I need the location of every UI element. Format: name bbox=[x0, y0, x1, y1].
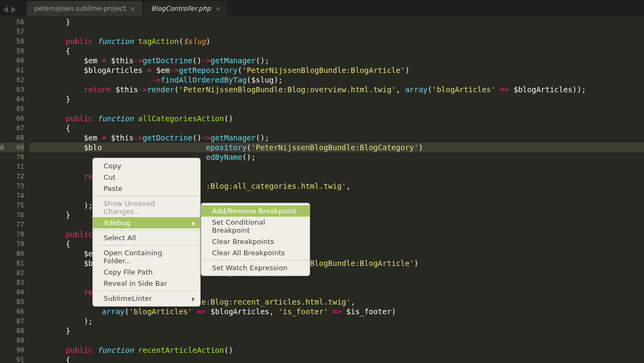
code-line[interactable]: ->findAllOrderedByTag($slug); bbox=[30, 75, 644, 85]
tab-bar: peternijssen.sublime-project×BlogControl… bbox=[27, 0, 644, 16]
line-number[interactable]: 83 bbox=[0, 278, 24, 287]
code-line[interactable] bbox=[30, 27, 644, 36]
menu-item-clear-all-breakpoints[interactable]: Clear All Breakpoints bbox=[201, 247, 310, 258]
line-number[interactable]: 78 bbox=[0, 229, 24, 239]
menu-item-copy[interactable]: Copy bbox=[93, 160, 200, 172]
line-number-gutter: 5657585960616263646566676869707172737475… bbox=[0, 16, 30, 363]
line-number[interactable]: 65 bbox=[0, 104, 24, 114]
code-line[interactable]: } bbox=[30, 326, 644, 336]
context-menu: CopyCutPasteShow Unsaved Changes...Xdebu… bbox=[92, 158, 201, 307]
menu-item-cut[interactable]: Cut bbox=[93, 172, 200, 183]
menu-item-clear-breakpoints[interactable]: Clear Breakpoints bbox=[201, 236, 310, 247]
code-line[interactable]: ); bbox=[30, 316, 644, 326]
menu-item-select-all[interactable]: Select All bbox=[93, 232, 200, 243]
menu-item-set-watch-expression[interactable]: Set Watch Expression bbox=[201, 262, 310, 273]
line-number[interactable]: 85 bbox=[0, 297, 24, 307]
tab-history-nav bbox=[3, 6, 16, 13]
line-number[interactable]: 87 bbox=[0, 316, 24, 326]
menu-item-copy-file-path[interactable]: Copy File Path bbox=[93, 266, 200, 278]
code-line[interactable]: $em = $this->getDoctrine()->getManager()… bbox=[30, 56, 644, 65]
code-line[interactable]: { bbox=[30, 355, 644, 363]
line-number[interactable]: 74 bbox=[0, 191, 24, 201]
line-number[interactable]: 89 bbox=[0, 336, 24, 345]
menu-item-add-remove-breakpoint[interactable]: Add/Remove Breakpoint bbox=[201, 205, 310, 217]
code-line[interactable]: $blo epository('PeterNijssenBlogBundle:B… bbox=[30, 143, 644, 152]
line-number[interactable]: 80 bbox=[0, 249, 24, 258]
code-line[interactable] bbox=[30, 104, 644, 114]
code-line[interactable]: public function allCategoriesAction() bbox=[30, 114, 644, 123]
line-number[interactable]: 59 bbox=[0, 46, 24, 56]
close-icon[interactable]: × bbox=[130, 5, 135, 12]
menu-item-show-unsaved-changes: Show Unsaved Changes... bbox=[93, 198, 200, 217]
tab-label: peternijssen.sublime-project bbox=[34, 5, 126, 12]
line-number[interactable]: 71 bbox=[0, 162, 24, 172]
line-number[interactable]: 56 bbox=[0, 17, 24, 27]
tab-label: BlogController.php bbox=[151, 5, 211, 12]
line-number[interactable]: 90 bbox=[0, 345, 24, 355]
breakpoint-icon[interactable] bbox=[0, 145, 4, 150]
line-number[interactable]: 84 bbox=[0, 287, 24, 297]
tab-1[interactable]: BlogController.php× bbox=[144, 1, 228, 16]
menu-item-open-containing-folder[interactable]: Open Containing Folder... bbox=[93, 247, 200, 266]
line-number[interactable]: 61 bbox=[0, 65, 24, 75]
tab-0[interactable]: peternijssen.sublime-project× bbox=[27, 1, 143, 16]
line-number[interactable]: 57 bbox=[0, 27, 24, 36]
line-number[interactable]: 70 bbox=[0, 152, 24, 162]
nav-forward-icon[interactable] bbox=[11, 6, 16, 13]
line-number[interactable]: 68 bbox=[0, 133, 24, 143]
line-number[interactable]: 82 bbox=[0, 268, 24, 278]
code-line[interactable]: $blogArticles = $em->getRepository('Pete… bbox=[30, 65, 644, 75]
line-number[interactable]: 69 bbox=[0, 143, 24, 152]
code-line[interactable]: array('blogArticles' => $blogArticles, '… bbox=[30, 307, 644, 316]
line-number[interactable]: 63 bbox=[0, 85, 24, 94]
line-number[interactable]: 79 bbox=[0, 239, 24, 249]
menu-item-paste[interactable]: Paste bbox=[93, 183, 200, 194]
line-number[interactable]: 73 bbox=[0, 181, 24, 191]
menu-item-sublimelinter[interactable]: SublimeLinter bbox=[93, 293, 200, 304]
line-number[interactable]: 76 bbox=[0, 210, 24, 220]
menu-item-set-conditional-breakpoint[interactable]: Set Conditional Breakpoint bbox=[201, 217, 310, 236]
line-number[interactable]: 91 bbox=[0, 355, 24, 363]
close-icon[interactable]: × bbox=[215, 5, 220, 12]
code-line[interactable]: $em = $this->getDoctrine()->getManager()… bbox=[30, 133, 644, 143]
menu-separator bbox=[93, 291, 200, 291]
menu-separator bbox=[93, 245, 200, 246]
xdebug-submenu: Add/Remove BreakpointSet Conditional Bre… bbox=[201, 203, 310, 276]
line-number[interactable]: 66 bbox=[0, 114, 24, 123]
menu-separator bbox=[201, 260, 310, 261]
code-line[interactable] bbox=[30, 336, 644, 345]
chevron-right-icon bbox=[192, 221, 195, 226]
line-number[interactable]: 62 bbox=[0, 75, 24, 85]
menu-item-xdebug[interactable]: Xdebug bbox=[93, 217, 200, 228]
line-number[interactable]: 88 bbox=[0, 326, 24, 336]
line-number[interactable]: 77 bbox=[0, 220, 24, 229]
menu-separator bbox=[93, 230, 200, 231]
code-line[interactable]: } bbox=[30, 17, 644, 27]
line-number[interactable]: 58 bbox=[0, 36, 24, 46]
menu-item-reveal-in-side-bar[interactable]: Reveal in Side Bar bbox=[93, 278, 200, 289]
code-line[interactable]: { bbox=[30, 46, 644, 56]
menu-separator bbox=[93, 196, 200, 196]
code-line[interactable]: { bbox=[30, 123, 644, 133]
chevron-right-icon bbox=[192, 297, 195, 301]
nav-back-icon[interactable] bbox=[3, 6, 8, 13]
code-line[interactable]: return $this->render('PeterNijssenBlogBu… bbox=[30, 85, 644, 94]
code-line[interactable]: } bbox=[30, 94, 644, 104]
code-line[interactable]: public function recentArticleAction() bbox=[30, 345, 644, 355]
line-number[interactable]: 75 bbox=[0, 201, 24, 210]
line-number[interactable]: 64 bbox=[0, 94, 24, 104]
line-number[interactable]: 60 bbox=[0, 56, 24, 65]
line-number[interactable]: 81 bbox=[0, 258, 24, 268]
line-number[interactable]: 67 bbox=[0, 123, 24, 133]
line-number[interactable]: 72 bbox=[0, 172, 24, 181]
line-number[interactable]: 86 bbox=[0, 307, 24, 316]
code-line[interactable]: public function tagAction($slug) bbox=[30, 36, 644, 46]
